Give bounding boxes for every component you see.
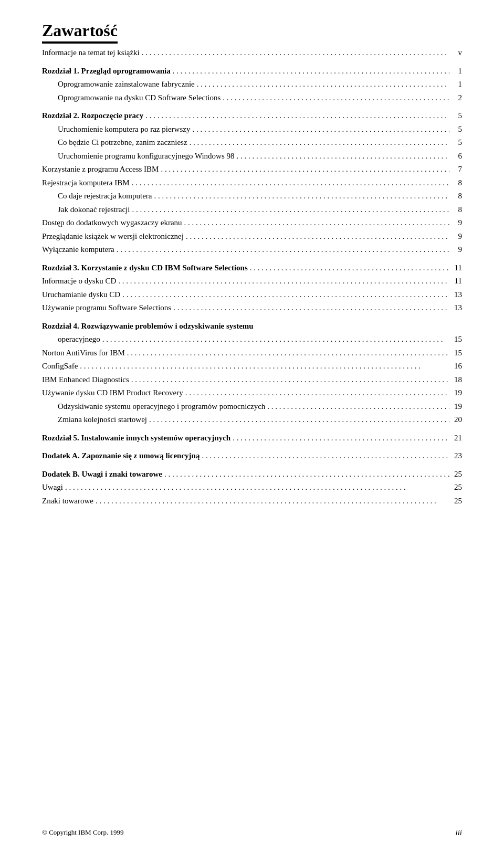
toc-label: Uwagi — [42, 481, 63, 493]
toc-label: Co daje rejestracja komputera — [42, 190, 152, 202]
toc-dots — [80, 360, 449, 372]
toc-label: Jak dokonać rejestracji — [42, 204, 130, 216]
toc-dots — [190, 136, 449, 149]
toc-dots — [164, 468, 449, 480]
toc-label: Rozdział 5. Instalowanie innych systemów… — [42, 432, 230, 444]
toc-page: 21 — [452, 432, 462, 444]
toc-page: 11 — [452, 275, 462, 287]
toc-entry: Znaki towarowe25 — [42, 495, 462, 507]
toc-label: Uruchamianie dysku CD — [42, 289, 120, 301]
toc-page: 15 — [452, 333, 462, 345]
toc-page: v — [452, 47, 462, 59]
toc-label: Uruchomienie programu konfiguracyjnego W… — [42, 150, 235, 162]
toc-dots — [118, 275, 449, 287]
toc-page: 1 — [452, 78, 462, 90]
toc-label: Używanie programu Software Selections — [42, 302, 171, 314]
toc-entry: Odzyskiwanie systemu operacyjnego i prog… — [42, 401, 462, 413]
toc-entry: Zmiana kolejności startowej20 — [42, 414, 462, 426]
toc-page: 19 — [452, 387, 462, 399]
footer: © Copyright IBM Corp. 1999 iii — [0, 828, 504, 837]
toc-label: Rozdział 3. Korzystanie z dysku CD IBM S… — [42, 262, 248, 274]
toc-page: 7 — [452, 163, 462, 175]
toc-page: 15 — [452, 347, 462, 359]
toc-entry: Oprogramowanie zainstalowane fabrycznie1 — [42, 78, 462, 90]
page-title: Zawartość — [42, 21, 118, 44]
toc-entry: Przeglądanie książek w wersji elektronic… — [42, 230, 462, 243]
toc-entry: Jak dokonać rejestracji8 — [42, 204, 462, 216]
toc-label: Informacje na temat tej książki — [42, 47, 140, 59]
toc-entry: Uwagi25 — [42, 481, 462, 493]
toc-dots — [267, 401, 449, 413]
toc-dots — [202, 450, 449, 462]
toc-label: Rozdział 2. Rozpoczęcie pracy — [42, 110, 143, 122]
toc-label: Przeglądanie książek w wersji elektronic… — [42, 230, 184, 243]
toc-label: Rejestracja komputera IBM — [42, 177, 130, 189]
toc-dots — [145, 110, 449, 122]
toc-dots — [127, 347, 449, 359]
toc-entry: Uruchomienie komputera po raz pierwszy5 — [42, 123, 462, 135]
toc-label: Rozdział 4. Rozwiązywanie problemów i od… — [42, 320, 254, 332]
toc-dots — [161, 163, 449, 175]
toc-dots — [173, 65, 449, 77]
toc-label: Oprogramowanie zainstalowane fabrycznie — [42, 78, 195, 90]
toc-label: Wyłączanie komputera — [42, 244, 114, 256]
toc-label: Dostęp do dodatkowych wygaszaczy ekranu — [42, 217, 182, 229]
toc-dots — [192, 123, 449, 135]
toc-entry: Rejestracja komputera IBM8 — [42, 177, 462, 189]
toc-label: Znaki towarowe — [42, 495, 93, 507]
toc-dots — [173, 302, 449, 314]
toc-entry: IBM Enhanced Diagnostics18 — [42, 374, 462, 386]
toc-label: Co będzie Ci potrzebne, zanim zaczniesz — [42, 136, 187, 149]
toc-page: 2 — [452, 92, 462, 104]
toc-container: Informacje na temat tej książkivRozdział… — [42, 47, 462, 507]
toc-entry: Używanie programu Software Selections13 — [42, 302, 462, 314]
toc-entry: operacyjnego15 — [42, 333, 462, 345]
toc-label: Dodatek A. Zapoznanie się z umową licenc… — [42, 450, 200, 462]
toc-page: 9 — [452, 230, 462, 243]
toc-dots — [233, 432, 449, 444]
toc-page: 5 — [452, 136, 462, 149]
toc-page: 25 — [452, 495, 462, 507]
toc-dots — [142, 47, 449, 59]
toc-dots — [186, 230, 449, 243]
toc-entry: Rozdział 5. Instalowanie innych systemów… — [42, 432, 462, 444]
toc-label: Zmiana kolejności startowej — [42, 414, 147, 426]
toc-entry: Wyłączanie komputera9 — [42, 244, 462, 256]
toc-page: 25 — [452, 481, 462, 493]
toc-page: 11 — [452, 262, 462, 274]
toc-entry: Uruchomienie programu konfiguracyjnego W… — [42, 150, 462, 162]
toc-page: 8 — [452, 177, 462, 189]
toc-dots — [96, 495, 449, 507]
toc-entry: Rozdział 2. Rozpoczęcie pracy5 — [42, 110, 462, 122]
toc-entry: Używanie dysku CD IBM Product Recovery19 — [42, 387, 462, 399]
toc-label: Informacje o dysku CD — [42, 275, 116, 287]
toc-dots — [197, 78, 449, 90]
toc-dots — [250, 262, 449, 274]
toc-dots — [132, 177, 449, 189]
toc-page: 16 — [452, 360, 462, 372]
toc-page: 13 — [452, 289, 462, 301]
toc-page: 20 — [452, 414, 462, 426]
toc-page: 25 — [452, 468, 462, 480]
toc-entry: Rozdział 3. Korzystanie z dysku CD IBM S… — [42, 262, 462, 274]
toc-dots — [154, 190, 449, 202]
toc-label: Uruchomienie komputera po raz pierwszy — [42, 123, 190, 135]
page-number: iii — [455, 828, 462, 837]
toc-label: IBM Enhanced Diagnostics — [42, 374, 129, 386]
toc-label: Oprogramowanie na dysku CD Software Sele… — [42, 92, 220, 104]
toc-dots — [102, 333, 449, 345]
toc-dots — [185, 387, 449, 399]
toc-entry: ConfigSafe16 — [42, 360, 462, 372]
toc-entry: Co będzie Ci potrzebne, zanim zaczniesz5 — [42, 136, 462, 149]
toc-entry: Informacje na temat tej książkiv — [42, 47, 462, 59]
toc-page: 5 — [452, 123, 462, 135]
toc-entry: Co daje rejestracja komputera8 — [42, 190, 462, 202]
toc-dots — [237, 150, 449, 162]
copyright-text: © Copyright IBM Corp. 1999 — [42, 828, 123, 837]
toc-page: 6 — [452, 150, 462, 162]
toc-label: Norton AntiVirus for IBM — [42, 347, 125, 359]
toc-entry: Dostęp do dodatkowych wygaszaczy ekranu9 — [42, 217, 462, 229]
toc-page: 5 — [452, 110, 462, 122]
toc-page: 8 — [452, 204, 462, 216]
toc-label: Korzystanie z programu Access IBM — [42, 163, 159, 175]
